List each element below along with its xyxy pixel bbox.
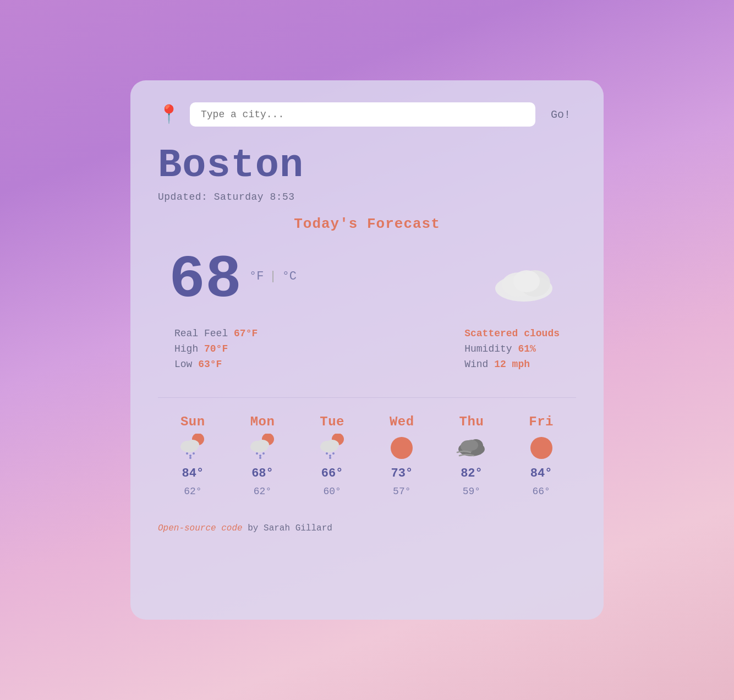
stats-row: Real Feel 67°F High 70°F Low 63°F Scatte… [158, 328, 576, 370]
real-feel: Real Feel 67°F [174, 328, 258, 339]
day-label-tue: Tue [320, 414, 344, 429]
low-temp: Low 63°F [174, 359, 258, 370]
day-label-fri: Fri [529, 414, 554, 429]
svg-point-25 [329, 455, 331, 457]
author-text: by Sarah Gillard [243, 523, 332, 533]
day-icon-wed [388, 435, 415, 461]
day-high-mon: 68° [251, 467, 273, 480]
forecast-heading: Today's Forecast [158, 216, 576, 232]
day-high-tue: 66° [321, 467, 343, 480]
forecast-day-tue: Tue 66° 60° [308, 414, 357, 497]
go-button[interactable]: Go! [545, 106, 576, 123]
city-search-input[interactable] [190, 102, 535, 127]
svg-point-27 [329, 457, 331, 459]
day-low-mon: 62° [254, 486, 271, 497]
pin-icon: 📍 [158, 103, 180, 125]
unit-f[interactable]: °F [249, 270, 264, 283]
weather-card: 📍 Go! Boston Updated: Saturday 8:53 Toda… [130, 80, 604, 620]
svg-point-10 [193, 452, 195, 455]
day-icon-mon [249, 435, 276, 461]
svg-point-17 [259, 455, 261, 457]
forecast-day-fri: Fri 84° 66° [517, 414, 566, 497]
svg-point-7 [186, 440, 199, 450]
weekly-forecast: Sun 84° 62° Mon [158, 414, 576, 497]
temp-units: °F | °C [249, 270, 297, 283]
svg-point-16 [256, 452, 258, 455]
stats-right: Scattered clouds Humidity 61% Wind 12 mp… [464, 328, 560, 370]
day-label-mon: Mon [250, 414, 275, 429]
open-source-link[interactable]: Open-source code [158, 523, 243, 533]
city-name: Boston [158, 143, 576, 188]
condition-text: Scattered clouds [464, 328, 560, 339]
temp-left: 68 °F | °C [169, 250, 297, 310]
day-low-tue: 60° [323, 486, 341, 497]
day-low-thu: 59° [463, 486, 480, 497]
footer: Open-source code by Sarah Gillard [158, 523, 576, 533]
svg-point-3 [513, 270, 540, 292]
svg-point-11 [189, 457, 191, 459]
divider [158, 397, 576, 398]
svg-point-19 [259, 457, 261, 459]
forecast-day-thu: Thu 82° 59° [447, 414, 496, 497]
svg-point-24 [326, 452, 328, 455]
svg-point-32 [465, 440, 478, 451]
svg-point-23 [326, 440, 339, 450]
day-high-wed: 73° [391, 467, 413, 480]
day-label-thu: Thu [459, 414, 484, 429]
svg-point-28 [391, 437, 413, 459]
svg-point-33 [530, 437, 552, 459]
stats-left: Real Feel 67°F High 70°F Low 63°F [174, 328, 258, 370]
forecast-day-mon: Mon 68° 62° [238, 414, 287, 497]
day-low-wed: 57° [393, 486, 410, 497]
day-high-thu: 82° [461, 467, 483, 480]
svg-point-18 [262, 452, 265, 455]
temperature-row: 68 °F | °C [158, 250, 576, 310]
day-icon-fri [528, 435, 555, 461]
day-label-wed: Wed [390, 414, 414, 429]
day-low-fri: 66° [532, 486, 550, 497]
updated-text: Updated: Saturday 8:53 [158, 192, 576, 203]
day-low-sun: 62° [184, 486, 201, 497]
humidity: Humidity 61% [464, 343, 560, 354]
day-icon-thu [456, 435, 487, 461]
svg-point-8 [186, 452, 188, 455]
forecast-day-wed: Wed 73° 57° [377, 414, 426, 497]
high-temp: High 70°F [174, 343, 258, 354]
svg-point-26 [332, 452, 335, 455]
day-high-sun: 84° [182, 467, 204, 480]
search-row: 📍 Go! [158, 102, 576, 127]
svg-point-15 [256, 440, 269, 450]
temperature-value: 68 [169, 250, 242, 310]
svg-point-9 [189, 455, 191, 457]
day-high-fri: 84° [530, 467, 552, 480]
day-icon-sun [179, 435, 206, 461]
unit-separator: | [269, 270, 276, 283]
day-icon-tue [319, 435, 346, 461]
wind: Wind 12 mph [464, 359, 560, 370]
day-label-sun: Sun [180, 414, 205, 429]
weather-condition-icon [494, 258, 565, 302]
unit-c[interactable]: °C [282, 270, 297, 283]
forecast-day-sun: Sun 84° 62° [168, 414, 217, 497]
